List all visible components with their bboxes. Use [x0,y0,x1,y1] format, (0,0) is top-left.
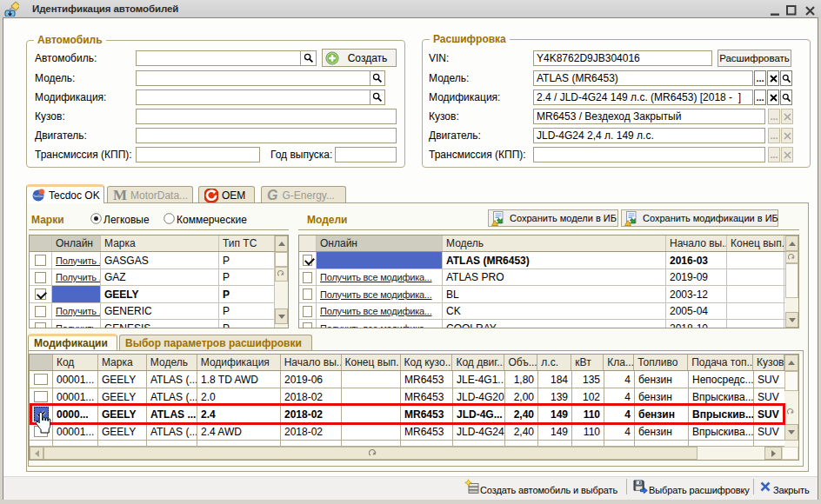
svg-text:TecDoc: TecDoc [33,195,44,198]
